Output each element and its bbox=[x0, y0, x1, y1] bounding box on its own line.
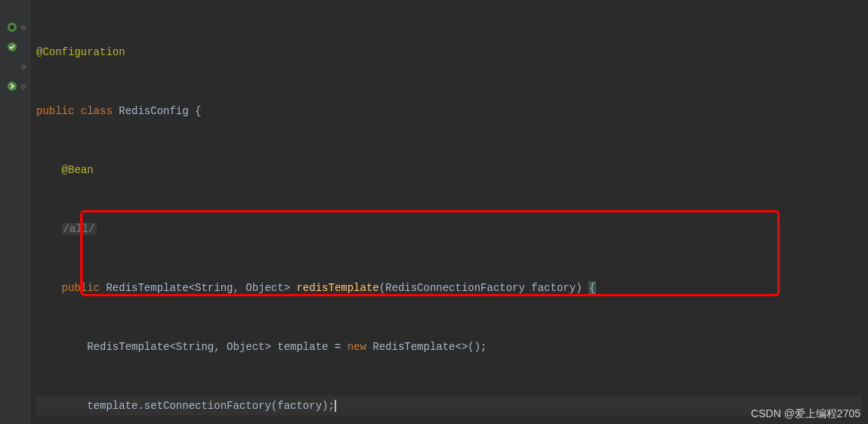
class-name: RedisConfig bbox=[119, 105, 195, 117]
watermark: CSDN @爱上编程2705 bbox=[751, 407, 860, 421]
keyword: class bbox=[81, 105, 119, 117]
code-text: RedisTemplate<String, Object> template = bbox=[87, 341, 347, 353]
fold-icon[interactable]: ⊖ bbox=[21, 23, 30, 32]
params: (RedisConnectionFactory factory) bbox=[379, 282, 588, 294]
fold-icon[interactable]: ⊖ bbox=[21, 82, 30, 91]
code-editor[interactable]: @Configuration public class RedisConfig … bbox=[30, 0, 868, 424]
fold-icon[interactable]: ⊖ bbox=[21, 62, 30, 71]
code-text: RedisTemplate<>(); bbox=[372, 341, 487, 353]
svg-point-3 bbox=[8, 82, 17, 91]
bean-icon bbox=[6, 41, 18, 53]
folded-region[interactable]: /all/ bbox=[62, 223, 97, 235]
return-type: RedisTemplate<String, Object> bbox=[106, 282, 296, 294]
method-icon bbox=[6, 80, 18, 92]
method-name: redisTemplate bbox=[296, 282, 378, 294]
annotation: @Configuration bbox=[36, 46, 125, 58]
class-icon bbox=[6, 21, 18, 33]
editor-gutter: ⊖ ⊖ ⊖ bbox=[0, 0, 30, 424]
brace: { bbox=[195, 105, 201, 117]
keyword: new bbox=[348, 341, 373, 353]
code-text: template.setConnectionFactory(factory); bbox=[87, 400, 335, 412]
keyword: public bbox=[36, 105, 81, 117]
brace: { bbox=[588, 281, 596, 295]
caret bbox=[335, 400, 336, 412]
keyword: public bbox=[62, 282, 107, 294]
svg-point-1 bbox=[10, 25, 14, 29]
annotation: @Bean bbox=[62, 164, 94, 176]
